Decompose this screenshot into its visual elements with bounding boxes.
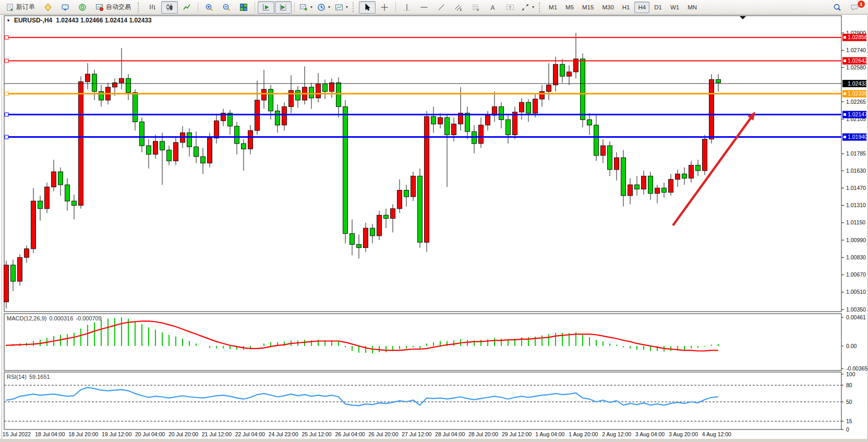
macd-main-value: 0.000316 — [49, 315, 73, 321]
svg-text:100: 100 — [846, 371, 855, 377]
svg-text:1.01150: 1.01150 — [846, 219, 865, 225]
svg-text:25 Jul 12:00: 25 Jul 12:00 — [302, 431, 331, 437]
svg-text:21 Jul 12:00: 21 Jul 12:00 — [202, 431, 232, 437]
svg-text:1.00350: 1.00350 — [846, 306, 866, 313]
svg-text:0: 0 — [846, 426, 849, 433]
mt4-window: 新订单 自动交易 ▾ ▾ ▾ E F A T ▾ — [0, 0, 868, 442]
svg-text:1.02147: 1.02147 — [848, 111, 867, 117]
svg-text:1.00670: 1.00670 — [846, 271, 866, 278]
svg-text:26 Jul 20:00: 26 Jul 20:00 — [368, 431, 398, 437]
svg-text:3 Aug 04:00: 3 Aug 04:00 — [635, 431, 665, 437]
svg-text:1 Aug 20:00: 1 Aug 20:00 — [569, 431, 598, 437]
svg-text:27 Jul 12:00: 27 Jul 12:00 — [402, 431, 431, 437]
svg-text:28 Jul 04:00: 28 Jul 04:00 — [435, 431, 465, 437]
svg-text:1.02740: 1.02740 — [846, 47, 866, 53]
svg-text:1 Aug 04:00: 1 Aug 04:00 — [535, 431, 564, 437]
svg-text:1.02580: 1.02580 — [846, 64, 866, 70]
svg-text:1.02339: 1.02339 — [848, 90, 867, 97]
svg-text:0.00: 0.00 — [846, 343, 857, 349]
chart-ohlc-values: 1.02443 1.02466 1.02414 1.02433 — [56, 17, 152, 24]
chart-canvas[interactable]: 1.029001.027401.025801.022651.021051.017… — [0, 0, 868, 442]
chart-title-bar[interactable]: ▼ EURUSD-,H4 1.02443 1.02466 1.02414 1.0… — [6, 17, 152, 24]
svg-text:22 Jul 04:00: 22 Jul 04:00 — [235, 431, 265, 437]
svg-text:1.01785: 1.01785 — [846, 150, 866, 157]
svg-text:1.01310: 1.01310 — [846, 202, 866, 208]
svg-text:4 Aug 12:00: 4 Aug 12:00 — [702, 431, 731, 437]
svg-text:1.00510: 1.00510 — [846, 289, 866, 295]
svg-text:1.02642: 1.02642 — [848, 57, 867, 64]
svg-text:80: 80 — [846, 382, 852, 388]
svg-text:1.02858: 1.02858 — [848, 34, 867, 40]
svg-text:24 Jul 23:00: 24 Jul 23:00 — [269, 431, 298, 437]
svg-text:26 Jul 04:00: 26 Jul 04:00 — [335, 431, 365, 437]
svg-text:15: 15 — [846, 418, 852, 424]
macd-indicator-name: MACD(12,26,9) — [7, 315, 46, 321]
svg-text:1.01470: 1.01470 — [846, 185, 866, 191]
svg-text:50: 50 — [846, 399, 852, 405]
svg-text:15 Jul 2022: 15 Jul 2022 — [3, 431, 31, 437]
svg-text:20 Jul 20:00: 20 Jul 20:00 — [168, 431, 198, 437]
svg-text:28 Jul 20:00: 28 Jul 20:00 — [468, 431, 498, 437]
svg-text:18 Jul 20:00: 18 Jul 20:00 — [68, 431, 98, 437]
rsi-value: 59.1651 — [29, 374, 50, 380]
chart-menu-icon[interactable]: ▼ — [6, 18, 10, 23]
svg-text:1.02433: 1.02433 — [848, 80, 867, 87]
svg-text:0.00461: 0.00461 — [846, 314, 866, 320]
svg-text:20 Jul 04:00: 20 Jul 04:00 — [135, 431, 165, 437]
macd-pane-label: MACD(12,26,9) 0.000316 -0.000709 — [7, 315, 102, 321]
rsi-indicator-name: RSI(14) — [7, 374, 27, 380]
svg-text:19 Jul 12:00: 19 Jul 12:00 — [102, 431, 131, 437]
rsi-pane-label: RSI(14) 59.1651 — [7, 374, 50, 380]
svg-text:1.02265: 1.02265 — [846, 99, 866, 105]
svg-text:1.01630: 1.01630 — [846, 168, 866, 174]
svg-text:2 Aug 12:00: 2 Aug 12:00 — [602, 431, 631, 437]
svg-text:29 Jul 12:00: 29 Jul 12:00 — [502, 431, 532, 437]
macd-signal-value: -0.000709 — [76, 315, 102, 321]
svg-text:1.01940: 1.01940 — [848, 134, 867, 140]
svg-text:3 Aug 20:00: 3 Aug 20:00 — [669, 431, 698, 437]
chart-symbol-period: EURUSD-,H4 — [14, 17, 52, 24]
svg-text:18 Jul 04:00: 18 Jul 04:00 — [35, 431, 65, 437]
svg-text:1.00830: 1.00830 — [846, 254, 866, 260]
svg-text:1.00990: 1.00990 — [846, 237, 866, 243]
